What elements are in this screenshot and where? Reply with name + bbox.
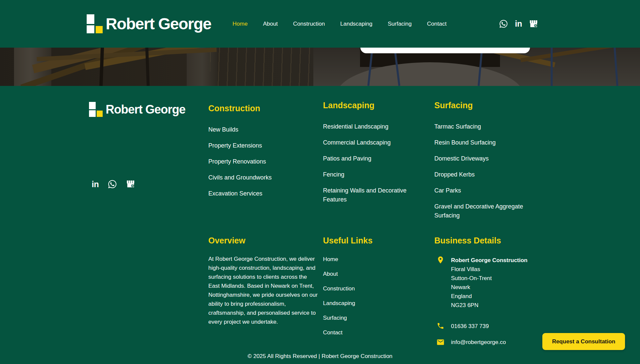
footer-link[interactable]: Construction [323,285,355,292]
svg-text:G: G [132,184,133,187]
nav-item[interactable]: Home [233,21,248,27]
column-heading: Useful Links [323,236,434,245]
nav-item[interactable]: Construction [293,21,325,27]
footer-link[interactable]: Fencing [323,171,344,178]
nav-item[interactable]: Surfacing [388,21,412,27]
construction-links: New BuildsProperty ExtensionsProperty Re… [208,125,323,198]
linkedin-icon[interactable]: in [515,20,522,28]
column-heading: Landscaping [323,101,434,110]
hero-image-strip [0,48,640,86]
footer-link[interactable]: Surfacing [323,315,347,321]
footer-link[interactable]: Property Renovations [208,158,266,165]
footer-link[interactable]: Commercial Landscaping [323,139,391,146]
brand-name: Robert George [106,104,185,116]
map-pin-icon [436,256,445,264]
footer-link[interactable]: Home [323,256,338,262]
column-heading: Overview [208,236,323,245]
whatsapp-icon[interactable] [108,180,117,189]
phone-number[interactable]: 01636 337 739 [451,322,489,330]
footer-link[interactable]: Residential Landscaping [323,123,388,130]
footer-social: in G [92,180,208,189]
footer-link[interactable]: New Builds [208,126,238,133]
google-business-icon[interactable]: G [529,20,538,28]
address-line: Newark [451,283,528,292]
brand-logo-icon [89,102,103,117]
footer-column-business-details: Business Details Robert George Construct… [434,236,590,346]
footer-link[interactable]: Gravel and Decorative Aggregate Surfacin… [434,203,523,219]
footer-link[interactable]: Excavation Services [208,190,262,197]
overview-text: At Robert George Construction, we delive… [208,254,319,326]
nav-item[interactable]: About [263,21,278,27]
footer-column-overview: Overview At Robert George Construction, … [208,236,323,346]
hero-dark-overlay [0,48,640,86]
footer-link[interactable]: About [323,271,338,277]
email-icon [436,338,445,346]
header-social: in G [499,19,538,28]
surfacing-links: Tarmac SurfacingResin Bound SurfacingDom… [434,122,590,220]
whatsapp-icon[interactable] [499,19,508,28]
email-address[interactable]: info@robertgeorge.co [451,338,506,346]
linkedin-icon[interactable]: in [92,180,99,188]
footer-column-construction: Construction New BuildsProperty Extensio… [208,104,323,236]
business-phone: 01636 337 739 [434,322,590,330]
address-line: Floral Villas [451,265,528,274]
business-address: Robert George Construction Floral Villas… [434,256,590,310]
footer-link[interactable]: Property Extensions [208,142,262,149]
header: Robert George HomeAboutConstructionLands… [0,0,640,48]
hero-card-bottom [360,48,530,53]
footer: Robert George in [0,86,640,364]
nav-item[interactable]: Landscaping [340,21,372,27]
footer-column-landscaping: Landscaping Residential LandscapingComme… [323,101,434,236]
phone-icon [436,322,445,330]
footer-link[interactable]: Dropped Kerbs [434,171,475,178]
brand-name: Robert George [106,16,211,32]
footer-column-surfacing: Surfacing Tarmac SurfacingResin Bound Su… [434,101,590,236]
footer-link[interactable]: Landscaping [323,300,355,306]
column-heading: Business Details [434,236,590,245]
address-line: England [451,292,528,301]
logo-square-white-top [87,14,94,24]
header-logo[interactable]: Robert George [87,14,211,33]
logo-square-yellow [96,26,103,33]
address-lines: Floral VillasSutton-On-TrentNewarkEnglan… [451,265,528,310]
footer-link[interactable]: Tarmac Surfacing [434,123,481,130]
logo-square-white-bottom [87,25,94,33]
column-heading: Construction [208,104,323,113]
footer-link[interactable]: Retaining Walls and Decorative Features [323,187,406,203]
request-consultation-button[interactable]: Request a Consultation [542,333,625,350]
copyright: © 2025 All Rights Reserved | Robert Geor… [0,353,640,360]
footer-link[interactable]: Resin Bound Surfacing [434,139,496,146]
svg-text:G: G [535,24,536,27]
landscaping-links: Residential LandscapingCommercial Landsc… [323,122,434,204]
footer-link[interactable]: Patios and Paving [323,155,371,162]
footer-link[interactable]: Contact [323,329,343,336]
useful-links: HomeAboutConstructionLandscapingSurfacin… [323,256,434,336]
footer-logo[interactable]: Robert George [89,102,208,117]
google-business-icon[interactable]: G [126,180,135,188]
nav-item[interactable]: Contact [427,21,447,27]
footer-spacer-column [89,236,208,346]
main-nav: HomeAboutConstructionLandscapingSurfacin… [233,21,447,27]
footer-link[interactable]: Car Parks [434,187,461,194]
brand-logo-icon [87,14,103,33]
column-heading: Surfacing [434,101,590,110]
footer-column-useful-links: Useful Links HomeAboutConstructionLandsc… [323,236,434,346]
footer-link[interactable]: Domestic Driveways [434,155,489,162]
address-line: Sutton-On-Trent [451,274,528,283]
address-line: NG23 6PN [451,301,528,310]
footer-link[interactable]: Civils and Groundworks [208,174,272,181]
company-name: Robert George Construction [451,256,528,265]
footer-brand-column: Robert George in [89,101,208,236]
